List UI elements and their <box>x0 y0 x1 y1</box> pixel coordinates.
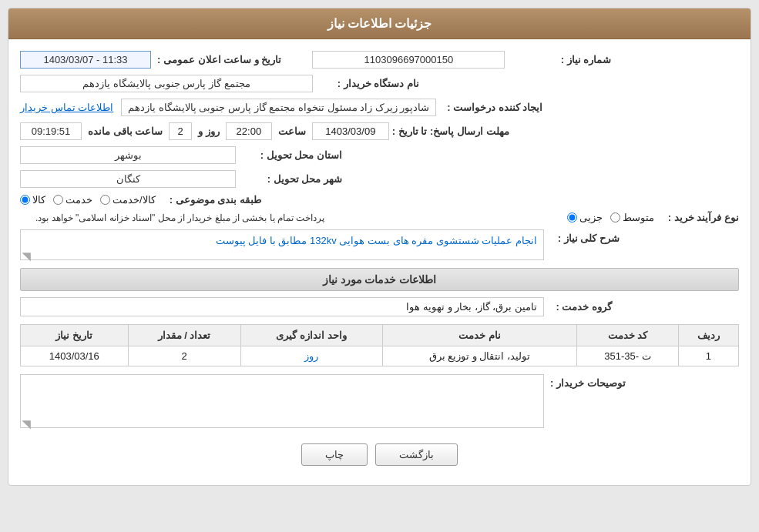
buyer-org-value: مجتمع گاز پارس جنوبی پالایشگاه یازدهم <box>20 75 313 92</box>
need-description-label: شرح کلی نیاز : <box>550 229 620 244</box>
purchase-type-row: نوع فرآیند خرید : متوسط جزیی پرداخت تمام… <box>20 212 739 223</box>
response-day-label: روز و <box>198 125 220 137</box>
content-area: شماره نیاز : 1103096697000150 تاریخ و سا… <box>8 39 751 485</box>
category-kala-radio[interactable] <box>20 195 30 205</box>
category-khedmat-item: خدمت <box>53 194 92 206</box>
creator-value: شادپور زیرک زاد مسئول تنخواه مجتمع گاز پ… <box>121 99 436 116</box>
table-cell-0-2: تولید، انتقال و توزیع برق <box>382 346 576 366</box>
purchase-jozyi-text: جزیی <box>579 212 603 223</box>
city-label: شهر محل تحویل : <box>242 173 342 185</box>
page-title: جزئیات اطلاعات نیاز <box>327 17 432 30</box>
service-group-row: گروه خدمت : تامین برق، گاز، بخار و تهویه… <box>20 297 739 316</box>
response-time: 22:00 <box>226 122 272 140</box>
table-header-5: تاریخ نیاز <box>21 325 129 346</box>
province-label: استان محل تحویل : <box>242 149 342 161</box>
city-row: شهر محل تحویل : کنگان <box>20 170 739 188</box>
announce-date-value: 1403/03/07 - 11:33 <box>20 51 151 69</box>
table-header-2: نام خدمت <box>382 325 576 346</box>
buyer-desc-box <box>20 374 544 428</box>
table-cell-0-5: 1403/03/16 <box>21 346 129 366</box>
purchase-motavasset-text: متوسط <box>623 212 654 223</box>
creator-row: ایجاد کننده درخواست : شادپور زیرک زاد مس… <box>20 99 739 116</box>
table-cell-0-4: 2 <box>128 346 240 366</box>
deadline-row: مهلت ارسال پاسخ: تا تاریخ : 1403/03/09 س… <box>20 122 739 140</box>
table-header-1: کد خدمت <box>577 325 679 346</box>
need-number-row: شماره نیاز : 1103096697000150 تاریخ و سا… <box>20 51 739 69</box>
province-value: بوشهر <box>20 146 236 164</box>
buyer-desc-label: توصیحات خریدار : <box>550 374 626 389</box>
category-khedmat-text: خدمت <box>65 194 92 206</box>
service-group-value: تامین برق، گاز، بخار و تهویه هوا <box>20 297 544 316</box>
table-header-3: واحد اندازه گیری <box>240 325 382 346</box>
buyer-desc-row: توصیحات خریدار : <box>20 374 739 428</box>
response-remaining-label: ساعت باقی مانده <box>88 125 163 137</box>
buyer-org-row: نام دستگاه خریدار : مجتمع گاز پارس جنوبی… <box>20 75 739 92</box>
need-description-value: انجام عملیات شستشوی مقره های بست هوایی 1… <box>216 235 537 246</box>
need-description-box: انجام عملیات شستشوی مقره های بست هوایی 1… <box>20 229 544 260</box>
button-row: بازگشت چاپ <box>20 436 739 473</box>
table-row: 1ت -35-351تولید، انتقال و توزیع برقروز21… <box>21 346 739 366</box>
category-khedmat-radio[interactable] <box>53 195 63 205</box>
category-kala-khedmat-radio[interactable] <box>100 195 110 205</box>
panel-header: جزئیات اطلاعات نیاز <box>8 8 751 39</box>
announce-date-label: تاریخ و ساعت اعلان عمومی : <box>157 54 281 65</box>
category-label: طبقه بندی موضوعی : <box>170 194 261 206</box>
purchase-motavasset-item: متوسط <box>610 212 654 223</box>
category-kala-khedmat-text: کالا/خدمت <box>113 194 156 206</box>
table-header-4: تعداد / مقدار <box>128 325 240 346</box>
province-row: استان محل تحویل : بوشهر <box>20 146 739 164</box>
response-deadline-label: مهلت ارسال پاسخ: تا تاریخ : <box>392 125 509 137</box>
category-row: طبقه بندی موضوعی : کالا/خدمت خدمت کالا <box>20 194 739 206</box>
table-cell-0-1: ت -35-351 <box>577 346 679 366</box>
buyer-org-label: نام دستگاه خریدار : <box>319 78 419 89</box>
purchase-jozyi-item: جزیی <box>567 212 603 223</box>
page-wrapper: جزئیات اطلاعات نیاز شماره نیاز : 1103096… <box>0 0 759 532</box>
category-kala-item: کالا <box>20 194 45 206</box>
print-button[interactable]: چاپ <box>301 443 368 466</box>
category-kala-text: کالا <box>32 194 45 206</box>
table-cell-0-3: روز <box>240 346 382 366</box>
need-number-label: شماره نیاز : <box>511 54 611 65</box>
response-date: 1403/03/09 <box>312 122 389 140</box>
services-section-label: اطلاعات خدمات مورد نیاز <box>323 273 437 286</box>
purchase-motavasset-radio[interactable] <box>610 212 620 223</box>
services-section-header: اطلاعات خدمات مورد نیاز <box>20 268 739 291</box>
services-table: ردیفکد خدمتنام خدمتواحد اندازه گیریتعداد… <box>20 324 739 366</box>
contact-link[interactable]: اطلاعات تماس خریدار <box>20 102 113 113</box>
response-time-label: ساعت <box>278 125 306 137</box>
back-button[interactable]: بازگشت <box>375 443 458 466</box>
response-remaining: 09:19:51 <box>20 122 82 140</box>
purchase-jozyi-radio[interactable] <box>567 212 577 223</box>
need-number-value: 1103096697000150 <box>312 51 505 69</box>
category-kala-khedmat-item: کالا/خدمت <box>100 194 156 206</box>
creator-label: ایجاد کننده درخواست : <box>442 102 542 113</box>
main-panel: جزئیات اطلاعات نیاز شماره نیاز : 1103096… <box>8 8 751 486</box>
response-days: 2 <box>169 122 192 140</box>
city-value: کنگان <box>20 170 236 188</box>
table-cell-0-0: 1 <box>678 346 738 366</box>
purchase-note: پرداخت تمام یا بخشی از مبلغ خریدار از مح… <box>20 212 559 223</box>
need-description-row: شرح کلی نیاز : انجام عملیات شستشوی مقره … <box>20 229 739 260</box>
table-header-0: ردیف <box>678 325 738 346</box>
purchase-type-label: نوع فرآیند خرید : <box>668 212 739 223</box>
service-group-label: گروه خدمت : <box>550 301 612 313</box>
